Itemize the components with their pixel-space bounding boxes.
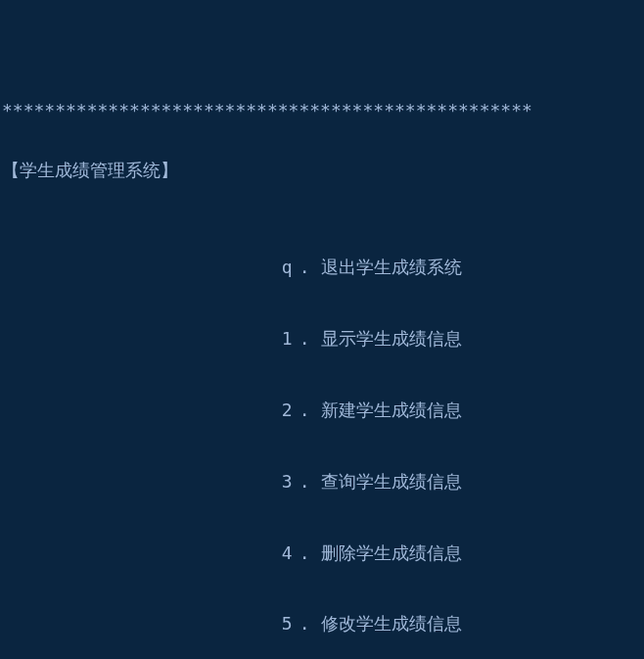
menu-dot: . [299, 399, 321, 422]
menu-item-delete[interactable]: 4.删除学生成绩信息 [2, 517, 642, 565]
menu-key: 5 [282, 612, 299, 635]
menu-item-quit[interactable]: q.退出学生成绩系统 [2, 232, 642, 280]
menu-item-show[interactable]: 1.显示学生成绩信息 [2, 304, 642, 352]
border-top: ****************************************… [2, 99, 642, 122]
menu-label: 查询学生成绩信息 [321, 471, 462, 492]
menu-label: 显示学生成绩信息 [321, 328, 462, 349]
menu-key: 4 [282, 541, 299, 565]
menu-dot: . [299, 470, 321, 494]
menu-key: 1 [282, 327, 299, 351]
menu-item-query[interactable]: 3.查询学生成绩信息 [2, 446, 642, 494]
menu-key: q [282, 256, 299, 279]
menu-dot: . [299, 612, 321, 635]
menu-dot: . [299, 327, 321, 351]
menu-dot: . [299, 256, 321, 279]
menu-item-new[interactable]: 2.新建学生成绩信息 [2, 374, 642, 422]
menu-key: 3 [282, 470, 299, 494]
menu-label: 新建学生成绩信息 [321, 400, 462, 420]
menu-label: 删除学生成绩信息 [321, 542, 462, 563]
menu-key: 2 [282, 399, 299, 422]
app-title: 【学生成绩管理系统】 [2, 159, 642, 182]
menu-label: 修改学生成绩信息 [321, 613, 462, 634]
menu-item-modify[interactable]: 5.修改学生成绩信息 [2, 588, 642, 636]
menu-label: 退出学生成绩系统 [321, 257, 462, 277]
menu-dot: . [299, 541, 321, 565]
